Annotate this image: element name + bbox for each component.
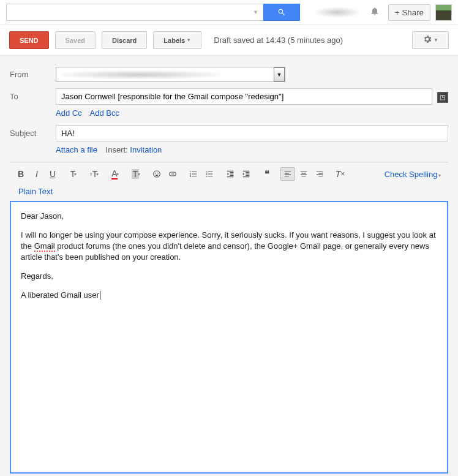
send-button[interactable]: Send <box>9 31 49 49</box>
search-dropdown-toggle[interactable]: ▼ <box>248 4 263 21</box>
chevron-down-icon: ▼ <box>186 37 191 43</box>
avatar[interactable] <box>435 4 452 21</box>
check-spelling-label: Check Spelling <box>385 170 438 179</box>
align-center-button[interactable] <box>296 167 311 181</box>
saved-button[interactable]: Saved <box>55 31 96 49</box>
to-label: To <box>10 92 56 101</box>
font-size-button[interactable]: тT▾ <box>87 167 102 181</box>
align-left-button[interactable] <box>280 167 295 181</box>
from-row: From ▼ <box>10 67 448 82</box>
search-input[interactable] <box>6 4 248 21</box>
share-button[interactable]: + Share <box>388 4 430 21</box>
numbered-list-icon <box>189 170 198 178</box>
body-p2: I will no longer be using your compose e… <box>21 230 437 263</box>
labels-label: Labels <box>163 37 185 44</box>
discard-button[interactable]: Discard <box>102 31 147 49</box>
highlight-button[interactable]: T▾ <box>129 167 143 181</box>
bullet-list-button[interactable] <box>202 167 217 181</box>
link-icon <box>168 170 177 178</box>
notifications-icon[interactable] <box>366 6 383 19</box>
indent-less-button[interactable] <box>223 167 238 181</box>
action-bar: Send Saved Discard Labels ▼ Draft saved … <box>0 25 458 56</box>
to-input[interactable] <box>56 88 432 105</box>
check-spelling-link[interactable]: Check Spelling ▾ <box>385 170 445 179</box>
numbered-list-button[interactable] <box>186 167 201 181</box>
cc-bcc-links: Add Cc Add Bcc <box>56 108 448 118</box>
bullet-list-icon <box>205 170 214 178</box>
body-p4: A liberated Gmail user <box>21 290 437 301</box>
popout-icon[interactable]: ◳ <box>437 92 448 103</box>
settings-button[interactable]: ▼ <box>412 31 449 49</box>
from-address-redacted <box>61 70 220 79</box>
draft-status: Draft saved at 14:43 (5 minutes ago) <box>214 36 343 45</box>
bold-button[interactable]: B <box>13 167 28 181</box>
body-p1: Dear Jason, <box>21 211 437 222</box>
link-button[interactable] <box>165 167 180 181</box>
indent-more-icon <box>242 170 250 178</box>
subject-label: Subject <box>10 129 56 138</box>
align-right-button[interactable] <box>312 167 327 181</box>
from-select[interactable]: ▼ <box>56 67 285 82</box>
account-name-redacted <box>316 7 359 17</box>
remove-format-button[interactable]: T✕ <box>333 167 348 181</box>
search-icon <box>277 8 286 17</box>
align-right-icon <box>315 170 324 178</box>
chevron-down-icon: ▼ <box>434 37 438 43</box>
emoticon-icon <box>152 170 161 178</box>
from-label: From <box>10 70 56 79</box>
attach-file-link[interactable]: Attach a file <box>56 145 97 154</box>
to-row: To ◳ <box>10 88 448 105</box>
indent-less-icon <box>226 170 235 178</box>
gear-icon <box>422 34 432 47</box>
top-bar: ▼ + Share <box>0 0 458 25</box>
plain-text-link[interactable]: Plain Text <box>10 184 448 201</box>
search-box: ▼ <box>6 4 300 21</box>
italic-button[interactable]: I <box>29 167 44 181</box>
add-bcc-link[interactable]: Add Bcc <box>90 108 119 118</box>
text-cursor <box>100 291 100 300</box>
chevron-down-icon: ▾ <box>438 173 441 178</box>
subject-input[interactable] <box>56 125 448 142</box>
chevron-down-icon: ▼ <box>274 67 285 81</box>
message-body-editor[interactable]: Dear Jason, I will no longer be using yo… <box>10 201 448 474</box>
insert-label: Insert: <box>106 145 128 154</box>
attach-insert-links: Attach a file Insert: Invitation <box>56 145 448 154</box>
emoticon-button[interactable] <box>149 167 164 181</box>
quote-button[interactable]: ❝ <box>260 167 274 181</box>
subject-row: Subject <box>10 125 448 142</box>
share-label: Share <box>402 8 424 17</box>
search-button[interactable] <box>263 4 300 21</box>
indent-more-button[interactable] <box>239 167 253 181</box>
format-toolbar: B I U T▾ тT▾ A▾ T▾ ❝ T✕ Check Spelling ▾ <box>10 162 448 184</box>
align-center-icon <box>299 170 308 178</box>
align-left-icon <box>283 170 292 178</box>
plus-icon: + <box>395 8 400 17</box>
font-family-button[interactable]: T▾ <box>66 167 81 181</box>
body-p3: Regards, <box>21 271 437 282</box>
underline-button[interactable]: U <box>45 167 60 181</box>
labels-button[interactable]: Labels ▼ <box>153 31 201 49</box>
add-cc-link[interactable]: Add Cc <box>56 108 82 118</box>
invitation-link[interactable]: Invitation <box>130 145 162 154</box>
text-color-button[interactable]: A▾ <box>108 167 122 181</box>
compose-area: From ▼ To ◳ Add Cc Add Bcc Subject Attac… <box>0 56 458 476</box>
